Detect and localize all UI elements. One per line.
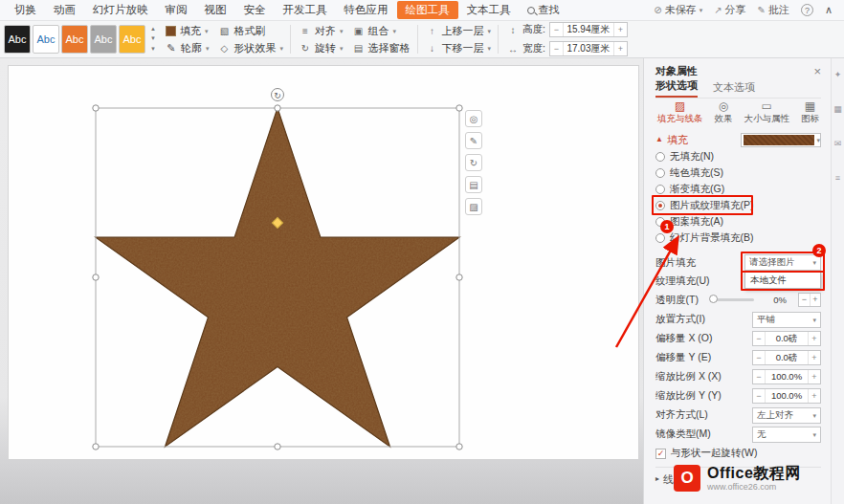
side-strip-icon-1[interactable]: ✦: [834, 70, 842, 79]
comment-button[interactable]: ✎ 批注: [758, 3, 789, 17]
rotation-handle[interactable]: ↻: [272, 89, 284, 101]
gallery-up-icon[interactable]: ▲: [150, 25, 156, 34]
scale-y-increase-button[interactable]: +: [809, 389, 820, 403]
offset-x-decrease-button[interactable]: −: [753, 332, 765, 345]
menu-item-local-file[interactable]: 本地文件: [745, 273, 820, 288]
float-rotate-button[interactable]: ↻: [465, 154, 482, 171]
menu-tab-dev-tools[interactable]: 开发工具: [275, 0, 336, 20]
tab-shape-options[interactable]: 形状选项: [655, 78, 698, 98]
tab-icon[interactable]: ▦ 图标: [801, 100, 819, 125]
save-status-button[interactable]: ⊘ 未保存 ▾: [654, 3, 702, 17]
menu-tab-security[interactable]: 安全: [235, 0, 275, 20]
offset-y-value[interactable]: 0.0磅: [765, 351, 809, 364]
handle-top-center[interactable]: [275, 105, 280, 111]
float-style-button[interactable]: ▨: [465, 198, 482, 215]
side-strip-icon-4[interactable]: ≡: [835, 173, 840, 183]
transparency-increase-button[interactable]: +: [810, 294, 820, 306]
height-decrease-button[interactable]: −: [550, 23, 563, 36]
scale-x-value[interactable]: 100.0%: [765, 370, 809, 383]
scale-y-decrease-button[interactable]: −: [753, 389, 765, 403]
menu-tab-view[interactable]: 视图: [196, 0, 235, 20]
radio-solid-fill[interactable]: [655, 168, 665, 178]
shape-style-tile-3[interactable]: Abc: [61, 25, 88, 54]
handle-top-left[interactable]: [93, 105, 99, 111]
close-icon[interactable]: ×: [813, 65, 821, 77]
menu-tab-transition[interactable]: 切换: [6, 0, 45, 20]
transparency-decrease-button[interactable]: −: [799, 294, 810, 306]
outline-button[interactable]: ✎ 轮廓 ▾: [166, 41, 210, 55]
shape-style-tile-1[interactable]: Abc: [4, 25, 31, 54]
width-value[interactable]: 17.03厘米: [563, 42, 614, 55]
collapse-ribbon-button[interactable]: ∧: [825, 4, 833, 16]
slide-canvas[interactable]: ↻ ◎ ✎ ↻ ▤ ▨: [0, 58, 643, 504]
menu-tab-animation[interactable]: 动画: [45, 0, 84, 20]
width-decrease-button[interactable]: −: [550, 42, 563, 55]
handle-middle-left[interactable]: [93, 274, 99, 280]
gallery-more-icon[interactable]: ▼: [150, 45, 156, 55]
offset-x-increase-button[interactable]: +: [809, 332, 820, 345]
radio-picture-texture-fill[interactable]: [655, 201, 665, 210]
menubar-right-group: ⊘ 未保存 ▾ ↗ 分享 ✎ 批注 ? ∧: [654, 3, 838, 17]
format-painter-button[interactable]: ▧ 格式刷: [218, 24, 283, 37]
handle-bottom-left[interactable]: [93, 444, 99, 449]
transparency-slider[interactable]: [710, 298, 754, 301]
handle-bottom-center[interactable]: [275, 444, 280, 449]
slider-knob[interactable]: [709, 295, 718, 303]
menu-tab-special-apps[interactable]: 特色应用: [336, 0, 397, 20]
radio-no-fill[interactable]: [655, 152, 665, 162]
tab-text-options[interactable]: 文本选项: [713, 80, 755, 98]
menu-tab-slideshow[interactable]: 幻灯片放映: [84, 0, 157, 20]
send-backward-button[interactable]: ↓ 下移一层 ▾: [427, 41, 492, 55]
handle-middle-right[interactable]: [456, 274, 462, 280]
height-increase-button[interactable]: +: [614, 23, 627, 36]
scale-x-decrease-button[interactable]: −: [753, 370, 765, 383]
side-strip-icon-2[interactable]: ▦: [833, 104, 842, 114]
rotate-with-shape-checkbox[interactable]: ✓: [655, 449, 666, 459]
scale-x-increase-button[interactable]: +: [809, 370, 820, 383]
mirror-type-dropdown[interactable]: 无 ▾: [752, 427, 821, 443]
bring-forward-button[interactable]: ↑ 上移一层 ▾: [427, 24, 492, 37]
find-button[interactable]: 查找: [520, 0, 567, 20]
selection-pane-button[interactable]: ▤ 选择窗格: [353, 41, 411, 55]
fill-button[interactable]: 填充 ▾: [166, 24, 210, 37]
width-increase-button[interactable]: +: [614, 42, 627, 55]
height-value[interactable]: 15.94厘米: [563, 23, 614, 36]
align-mode-dropdown[interactable]: 左上对齐 ▾: [752, 407, 821, 424]
picture-fill-dropdown[interactable]: 请选择图片 ▾: [744, 254, 821, 271]
menu-tab-review[interactable]: 审阅: [157, 0, 196, 20]
scale-y-value[interactable]: 100.0%: [765, 389, 809, 403]
tab-fill-and-line[interactable]: ▨ 填充与线条: [657, 100, 703, 125]
rotate-button[interactable]: ↻ 旋转 ▾: [300, 41, 344, 55]
handle-bottom-right[interactable]: [456, 444, 462, 449]
shape-style-tile-4[interactable]: Abc: [90, 25, 117, 54]
radio-pattern-fill[interactable]: [655, 217, 665, 227]
shape-style-tile-2[interactable]: Abc: [33, 25, 59, 54]
menu-tab-text-tools[interactable]: 文本工具: [458, 0, 520, 20]
share-button[interactable]: ↗ 分享: [714, 3, 745, 17]
fill-section-header[interactable]: ▲ 填充 ▾: [655, 131, 821, 148]
float-edit-shape-button[interactable]: ✎: [465, 132, 482, 149]
group-button[interactable]: ▣ 组合 ▾: [353, 24, 411, 37]
offset-y-increase-button[interactable]: +: [809, 351, 820, 364]
current-fill-swatch-dropdown[interactable]: ▾: [741, 133, 821, 147]
menu-tab-drawing-tools[interactable]: 绘图工具: [397, 1, 458, 19]
star-shape[interactable]: [88, 100, 467, 454]
placement-dropdown[interactable]: 平铺 ▾: [752, 312, 821, 328]
side-strip-icon-3[interactable]: ✉: [834, 139, 842, 148]
offset-x-value[interactable]: 0.0磅: [765, 332, 809, 345]
offset-y-decrease-button[interactable]: −: [753, 351, 765, 364]
radio-slide-background-fill[interactable]: [655, 233, 665, 243]
rotate-label: 旋转: [315, 41, 336, 55]
radio-gradient-fill[interactable]: [655, 185, 665, 194]
help-button[interactable]: ?: [801, 4, 813, 16]
float-layout-button[interactable]: ▤: [465, 176, 482, 193]
texture-fill-label: 纹理填充(U): [655, 274, 710, 288]
tab-size-properties[interactable]: ▭ 大小与属性: [744, 100, 790, 125]
tab-effects[interactable]: ◎ 效果: [715, 100, 733, 125]
handle-top-right[interactable]: [456, 105, 462, 111]
float-paste-options-button[interactable]: ◎: [465, 110, 482, 127]
align-button[interactable]: ≡ 对齐 ▾: [300, 24, 344, 37]
shape-effects-button[interactable]: ◇ 形状效果 ▾: [218, 41, 283, 55]
gallery-down-icon[interactable]: ▼: [150, 34, 156, 44]
shape-style-tile-5[interactable]: Abc: [119, 25, 145, 54]
